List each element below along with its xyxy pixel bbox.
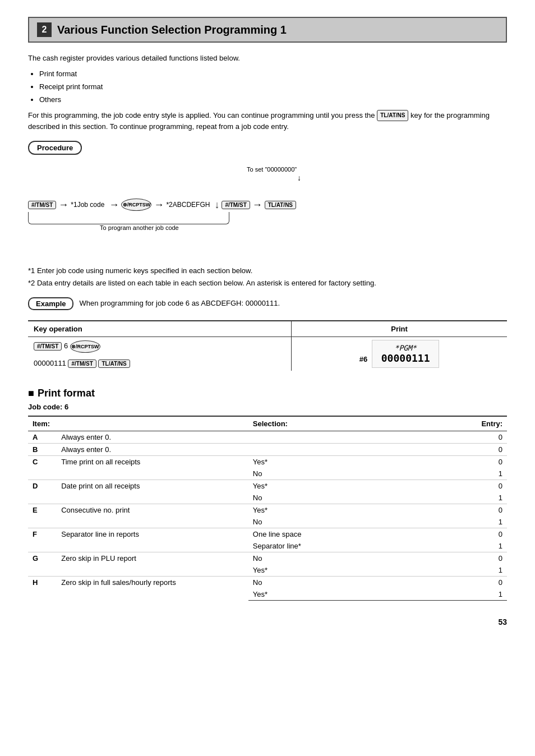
th-entry: Entry: xyxy=(430,416,507,431)
cell-sel: Yes* xyxy=(248,480,431,492)
ex-key-rcptsw: ⊗/RCPTSW xyxy=(70,340,100,353)
bullet-item-3: Others xyxy=(39,93,507,106)
cell-item: D xyxy=(28,480,57,504)
cell-sel: Yes* xyxy=(248,588,431,601)
example-keyop-2: 00000111 #/TM/ST TL/AT/NS xyxy=(28,356,292,371)
example-print-area: #6 *PGM* 00000111 xyxy=(292,337,507,371)
cell-desc: Zero skip in PLU report xyxy=(57,552,248,577)
example-label: Example xyxy=(28,297,73,310)
cell-entry: 0 xyxy=(430,577,507,589)
cell-entry: 0 xyxy=(430,552,507,565)
section-number: 2 xyxy=(37,22,52,37)
cell-sel: No xyxy=(248,468,431,480)
ex-key-tmst2: #/TM/ST xyxy=(68,359,96,368)
table-row: G Zero skip in PLU report No 0 xyxy=(28,552,507,565)
th-item: Item: xyxy=(28,416,57,431)
cell-desc: Always enter 0. xyxy=(57,444,248,456)
example-row-1: #/TM/ST 6 ⊗/RCPTSW #6 *PGM* 00000111 xyxy=(28,337,507,356)
pf-title: Print format xyxy=(38,388,95,399)
cell-desc: Always enter 0. xyxy=(57,431,248,444)
cell-desc: Time print on all receipts xyxy=(57,456,248,480)
flow-arrow1: → xyxy=(58,199,68,211)
table-row: A Always enter 0. 0 xyxy=(28,431,507,444)
cell-entry: 0 xyxy=(430,431,507,444)
table-row: E Consecutive no. print Yes* 0 xyxy=(28,504,507,517)
cell-sel: No xyxy=(248,577,431,589)
bullet-item-2: Receipt print format xyxy=(39,80,507,93)
cell-entry: 1 xyxy=(430,564,507,577)
example-text: When programming for job code 6 as ABCDE… xyxy=(79,297,280,310)
cell-item: B xyxy=(28,444,57,456)
example-table: Key operation Print #/TM/ST 6 ⊗/RCPTSW #… xyxy=(28,320,507,371)
flow-key4: TL/AT/NS xyxy=(265,201,296,209)
cell-sel: One line space xyxy=(248,528,431,541)
pf-icon: ■ xyxy=(28,388,34,399)
job-code-label: Job code: 6 xyxy=(28,403,507,411)
th-selection: Selection: xyxy=(248,416,431,431)
procedure-label: Procedure xyxy=(28,141,82,155)
flow-key2: ⊗/RCPTSW xyxy=(121,199,151,211)
table-row: B Always enter 0. 0 xyxy=(28,444,507,456)
ex-key-tlatns: TL/AT/NS xyxy=(98,359,130,368)
flow-arrow3: → xyxy=(252,199,262,211)
example-keyop-1: #/TM/ST 6 ⊗/RCPTSW xyxy=(28,337,292,356)
cell-desc: Zero skip in full sales/hourly reports xyxy=(57,577,248,601)
cell-sel: Separator line* xyxy=(248,540,431,552)
cell-item: C xyxy=(28,456,57,480)
table-row: H Zero skip in full sales/hourly reports… xyxy=(28,577,507,589)
cell-entry: 1 xyxy=(430,540,507,552)
footnote-1: *1 Enter job code using numeric keys spe… xyxy=(28,265,507,277)
cell-item: E xyxy=(28,504,57,528)
loop-back-area: To program another job code xyxy=(28,212,507,237)
cell-desc: Consecutive no. print xyxy=(57,504,248,528)
data-table: Item: Selection: Entry: A Always enter 0… xyxy=(28,416,507,601)
cell-desc: Separator line in reports xyxy=(57,528,248,552)
print-box: *PGM* 00000111 xyxy=(372,340,440,368)
cell-sel xyxy=(248,431,431,444)
flow-arrow2: → xyxy=(154,199,164,211)
ex-key-tmst: #/TM/ST xyxy=(34,342,62,351)
table-row: F Separator line in reports One line spa… xyxy=(28,528,507,541)
cell-entry: 0 xyxy=(430,456,507,468)
cell-item: H xyxy=(28,577,57,601)
footnotes: *1 Enter job code using numeric keys spe… xyxy=(28,265,507,289)
cell-entry: 1 xyxy=(430,516,507,528)
cell-entry: 0 xyxy=(430,528,507,541)
cell-entry: 1 xyxy=(430,588,507,601)
pgm-line: *PGM* xyxy=(381,344,430,352)
cell-sel: Yes* xyxy=(248,504,431,517)
cell-item: F xyxy=(28,528,57,552)
flow-star1: *1Job code xyxy=(71,201,104,209)
print-format-header: ■ Print format xyxy=(28,388,507,399)
bullet-list: Print format Receipt print format Others xyxy=(39,67,507,107)
flow-row: #/TM/ST → *1Job code → ⊗/RCPTSW → *2ABCD… xyxy=(28,199,507,211)
table-row: C Time print on all receipts Yes* 0 xyxy=(28,456,507,468)
bullet-item-1: Print format xyxy=(39,67,507,80)
page-number: 53 xyxy=(28,617,507,626)
flow-key3: #/TM/ST xyxy=(222,201,250,209)
flow-diagram: To set "00000000" ↓ #/TM/ST → *1Job code… xyxy=(28,166,507,237)
loop-label: To program another job code xyxy=(100,224,179,231)
cell-entry: 1 xyxy=(430,492,507,504)
cell-entry: 1 xyxy=(430,468,507,480)
flow-star2: *2ABCDEFGH xyxy=(166,201,210,209)
example-row: Example When programming for job code 6 … xyxy=(28,297,507,310)
flow-down-arrow: ↓ xyxy=(214,199,219,211)
cell-desc: Date print on all receipts xyxy=(57,480,248,504)
example-col-keyop: Key operation xyxy=(28,321,292,337)
cell-sel: No xyxy=(248,492,431,504)
ex-num: 6 xyxy=(64,342,70,350)
cell-sel: No xyxy=(248,552,431,565)
ex-num2: 00000111 xyxy=(34,359,68,367)
num-line: 00000111 xyxy=(381,352,430,364)
section-header: 2 Various Function Selection Programming… xyxy=(28,17,507,43)
example-col-print: Print xyxy=(292,321,507,337)
flow-arrow1b: → xyxy=(109,199,119,211)
cell-entry: 0 xyxy=(430,480,507,492)
intro-line1: The cash register provides various detai… xyxy=(28,53,507,64)
print-format-section: ■ Print format Job code: 6 Item: Selecti… xyxy=(28,388,507,601)
cell-sel: Yes* xyxy=(248,564,431,577)
table-row: D Date print on all receipts Yes* 0 xyxy=(28,480,507,492)
print-hash: #6 xyxy=(359,355,367,363)
cell-item: A xyxy=(28,431,57,444)
